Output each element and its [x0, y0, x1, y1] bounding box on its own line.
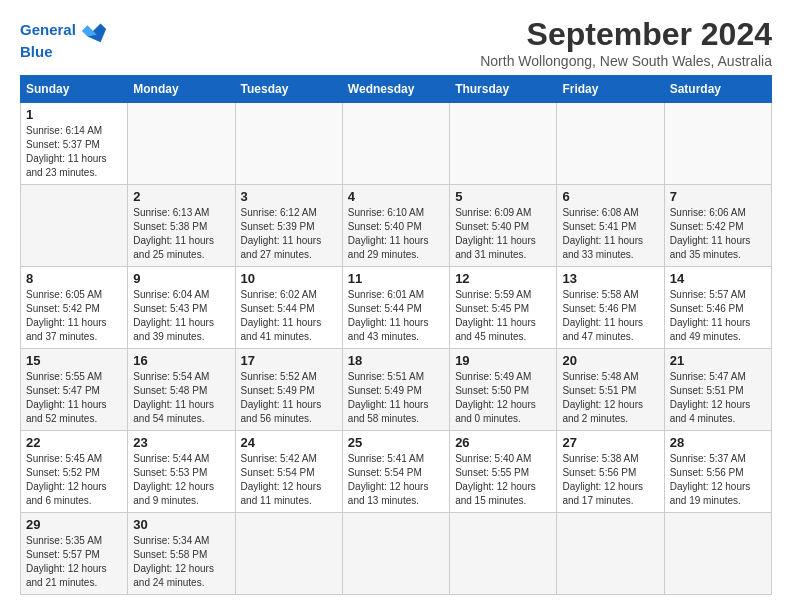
day-info: Sunrise: 6:13 AM Sunset: 5:38 PM Dayligh…	[133, 206, 229, 262]
calendar-cell: 3Sunrise: 6:12 AM Sunset: 5:39 PM Daylig…	[235, 185, 342, 267]
header-monday: Monday	[128, 76, 235, 103]
day-info: Sunrise: 5:41 AM Sunset: 5:54 PM Dayligh…	[348, 452, 444, 508]
calendar-cell: 7Sunrise: 6:06 AM Sunset: 5:42 PM Daylig…	[664, 185, 771, 267]
calendar-cell: 28Sunrise: 5:37 AM Sunset: 5:56 PM Dayli…	[664, 431, 771, 513]
header-tuesday: Tuesday	[235, 76, 342, 103]
day-number: 22	[26, 435, 122, 450]
day-number: 19	[455, 353, 551, 368]
calendar-row-2: 8Sunrise: 6:05 AM Sunset: 5:42 PM Daylig…	[21, 267, 772, 349]
calendar-cell: 16Sunrise: 5:54 AM Sunset: 5:48 PM Dayli…	[128, 349, 235, 431]
day-number: 14	[670, 271, 766, 286]
calendar-cell: 13Sunrise: 5:58 AM Sunset: 5:46 PM Dayli…	[557, 267, 664, 349]
calendar-cell: 6Sunrise: 6:08 AM Sunset: 5:41 PM Daylig…	[557, 185, 664, 267]
day-number: 7	[670, 189, 766, 204]
calendar-cell	[21, 185, 128, 267]
day-number: 24	[241, 435, 337, 450]
day-number: 17	[241, 353, 337, 368]
header-sunday: Sunday	[21, 76, 128, 103]
calendar-cell: 29Sunrise: 5:35 AM Sunset: 5:57 PM Dayli…	[21, 513, 128, 595]
day-number: 25	[348, 435, 444, 450]
day-info: Sunrise: 6:06 AM Sunset: 5:42 PM Dayligh…	[670, 206, 766, 262]
day-number: 10	[241, 271, 337, 286]
day-info: Sunrise: 5:35 AM Sunset: 5:57 PM Dayligh…	[26, 534, 122, 590]
calendar-cell	[128, 103, 235, 185]
day-number: 4	[348, 189, 444, 204]
day-info: Sunrise: 5:57 AM Sunset: 5:46 PM Dayligh…	[670, 288, 766, 344]
day-info: Sunrise: 6:10 AM Sunset: 5:40 PM Dayligh…	[348, 206, 444, 262]
day-info: Sunrise: 6:05 AM Sunset: 5:42 PM Dayligh…	[26, 288, 122, 344]
day-number: 26	[455, 435, 551, 450]
day-info: Sunrise: 6:01 AM Sunset: 5:44 PM Dayligh…	[348, 288, 444, 344]
calendar-cell	[557, 513, 664, 595]
day-number: 2	[133, 189, 229, 204]
day-number: 5	[455, 189, 551, 204]
calendar-cell	[342, 513, 449, 595]
logo-icon	[80, 16, 108, 44]
header-thursday: Thursday	[450, 76, 557, 103]
day-number: 29	[26, 517, 122, 532]
calendar-cell: 22Sunrise: 5:45 AM Sunset: 5:52 PM Dayli…	[21, 431, 128, 513]
day-info: Sunrise: 5:42 AM Sunset: 5:54 PM Dayligh…	[241, 452, 337, 508]
header-saturday: Saturday	[664, 76, 771, 103]
calendar-cell: 26Sunrise: 5:40 AM Sunset: 5:55 PM Dayli…	[450, 431, 557, 513]
calendar-cell: 10Sunrise: 6:02 AM Sunset: 5:44 PM Dayli…	[235, 267, 342, 349]
day-number: 8	[26, 271, 122, 286]
day-info: Sunrise: 6:08 AM Sunset: 5:41 PM Dayligh…	[562, 206, 658, 262]
calendar-row-0: 1Sunrise: 6:14 AM Sunset: 5:37 PM Daylig…	[21, 103, 772, 185]
calendar-cell: 12Sunrise: 5:59 AM Sunset: 5:45 PM Dayli…	[450, 267, 557, 349]
day-info: Sunrise: 5:34 AM Sunset: 5:58 PM Dayligh…	[133, 534, 229, 590]
calendar-cell: 20Sunrise: 5:48 AM Sunset: 5:51 PM Dayli…	[557, 349, 664, 431]
logo-text: General	[20, 22, 76, 39]
calendar-cell	[235, 513, 342, 595]
day-number: 20	[562, 353, 658, 368]
calendar-cell: 19Sunrise: 5:49 AM Sunset: 5:50 PM Dayli…	[450, 349, 557, 431]
day-number: 30	[133, 517, 229, 532]
day-number: 3	[241, 189, 337, 204]
day-info: Sunrise: 5:54 AM Sunset: 5:48 PM Dayligh…	[133, 370, 229, 426]
day-number: 11	[348, 271, 444, 286]
day-number: 9	[133, 271, 229, 286]
calendar-cell: 21Sunrise: 5:47 AM Sunset: 5:51 PM Dayli…	[664, 349, 771, 431]
header-friday: Friday	[557, 76, 664, 103]
day-number: 15	[26, 353, 122, 368]
day-info: Sunrise: 5:44 AM Sunset: 5:53 PM Dayligh…	[133, 452, 229, 508]
calendar-cell	[450, 513, 557, 595]
calendar-cell: 8Sunrise: 6:05 AM Sunset: 5:42 PM Daylig…	[21, 267, 128, 349]
calendar-cell: 9Sunrise: 6:04 AM Sunset: 5:43 PM Daylig…	[128, 267, 235, 349]
day-info: Sunrise: 6:09 AM Sunset: 5:40 PM Dayligh…	[455, 206, 551, 262]
calendar-cell: 1Sunrise: 6:14 AM Sunset: 5:37 PM Daylig…	[21, 103, 128, 185]
location-subtitle: North Wollongong, New South Wales, Austr…	[480, 53, 772, 69]
day-info: Sunrise: 6:14 AM Sunset: 5:37 PM Dayligh…	[26, 124, 122, 180]
day-number: 13	[562, 271, 658, 286]
day-info: Sunrise: 5:51 AM Sunset: 5:49 PM Dayligh…	[348, 370, 444, 426]
calendar-cell: 4Sunrise: 6:10 AM Sunset: 5:40 PM Daylig…	[342, 185, 449, 267]
calendar-cell: 15Sunrise: 5:55 AM Sunset: 5:47 PM Dayli…	[21, 349, 128, 431]
calendar-cell: 27Sunrise: 5:38 AM Sunset: 5:56 PM Dayli…	[557, 431, 664, 513]
day-info: Sunrise: 5:58 AM Sunset: 5:46 PM Dayligh…	[562, 288, 658, 344]
calendar-cell: 5Sunrise: 6:09 AM Sunset: 5:40 PM Daylig…	[450, 185, 557, 267]
day-info: Sunrise: 5:59 AM Sunset: 5:45 PM Dayligh…	[455, 288, 551, 344]
day-number: 28	[670, 435, 766, 450]
calendar-cell	[450, 103, 557, 185]
day-info: Sunrise: 5:38 AM Sunset: 5:56 PM Dayligh…	[562, 452, 658, 508]
day-number: 16	[133, 353, 229, 368]
title-block: September 2024 North Wollongong, New Sou…	[480, 16, 772, 69]
calendar-cell	[664, 103, 771, 185]
day-info: Sunrise: 5:52 AM Sunset: 5:49 PM Dayligh…	[241, 370, 337, 426]
calendar-cell: 17Sunrise: 5:52 AM Sunset: 5:49 PM Dayli…	[235, 349, 342, 431]
calendar-row-4: 22Sunrise: 5:45 AM Sunset: 5:52 PM Dayli…	[21, 431, 772, 513]
page-header: General Blue September 2024 North Wollon…	[20, 16, 772, 69]
calendar-cell	[664, 513, 771, 595]
calendar-cell: 24Sunrise: 5:42 AM Sunset: 5:54 PM Dayli…	[235, 431, 342, 513]
month-title: September 2024	[480, 16, 772, 53]
day-info: Sunrise: 5:37 AM Sunset: 5:56 PM Dayligh…	[670, 452, 766, 508]
calendar-row-5: 29Sunrise: 5:35 AM Sunset: 5:57 PM Dayli…	[21, 513, 772, 595]
day-number: 27	[562, 435, 658, 450]
calendar-cell: 11Sunrise: 6:01 AM Sunset: 5:44 PM Dayli…	[342, 267, 449, 349]
calendar-header-row: SundayMondayTuesdayWednesdayThursdayFrid…	[21, 76, 772, 103]
day-number: 18	[348, 353, 444, 368]
day-info: Sunrise: 5:40 AM Sunset: 5:55 PM Dayligh…	[455, 452, 551, 508]
calendar-cell: 23Sunrise: 5:44 AM Sunset: 5:53 PM Dayli…	[128, 431, 235, 513]
day-number: 1	[26, 107, 122, 122]
calendar-cell	[235, 103, 342, 185]
